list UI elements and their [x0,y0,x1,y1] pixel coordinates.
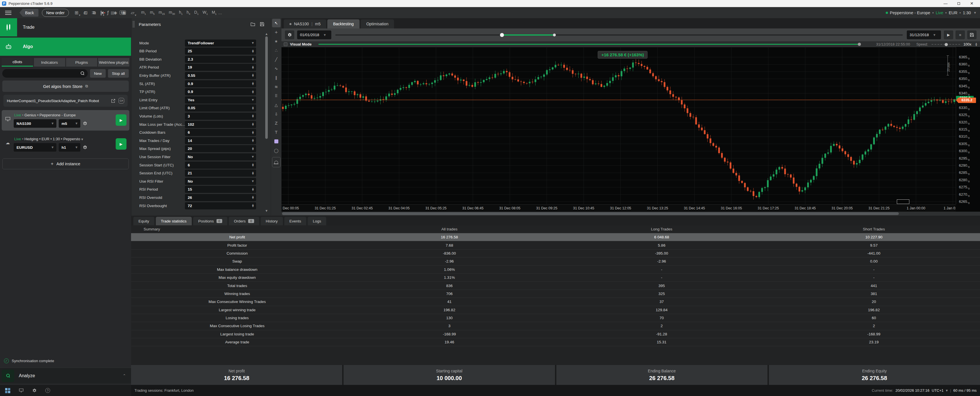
parameter-input[interactable]: 0.05▲▼ [185,105,256,111]
run-instance-button[interactable]: ▶ [116,114,126,126]
tab-trade-statistics[interactable]: Trade statistics [156,217,192,225]
table-row[interactable]: Losing trades1307060 [131,314,980,322]
parameter-input[interactable]: 6▲▼ [185,129,256,136]
timeframe-D1[interactable]: D1 [194,10,199,15]
value-spinner[interactable]: ▲▼ [252,82,254,86]
functions-icon[interactable]: ƒ [107,10,109,15]
help-icon[interactable]: ? [45,388,50,393]
tab-indicators[interactable]: Indicators [34,58,65,67]
maximize-button[interactable] [952,0,965,7]
add-instance-button[interactable]: + Add instance [2,158,129,169]
timezone-selector[interactable]: UTC+1 [932,388,944,393]
new-cbot-button[interactable]: New [90,69,106,78]
stop-all-button[interactable]: Stop all [108,69,129,78]
chart-edit-icon[interactable]: ▱▼ [131,10,134,15]
fibonacci-tool-icon[interactable]: ≋ [272,82,281,91]
parameter-input[interactable]: 19▲▼ [185,64,256,71]
value-spinner[interactable]: ▲▼ [252,114,254,118]
menu-icon[interactable] [5,10,11,16]
progress-handle[interactable] [858,43,861,46]
tab-logs[interactable]: Logs [308,217,326,225]
parameter-input[interactable]: 15▲▼ [185,186,256,193]
zigzag-tool-icon[interactable]: Z [272,119,281,127]
visual-mode-checkbox[interactable] [284,43,288,46]
parameter-input[interactable]: 0.55▲▼ [185,72,256,79]
save-backtest-button[interactable] [967,30,977,39]
parameter-input[interactable]: 20▲▼ [185,145,256,152]
load-parameters-icon[interactable] [250,22,255,27]
range-slider-thumb-2[interactable] [553,33,556,36]
value-spinner[interactable]: ▲▼ [252,131,254,134]
arrow-tool-icon[interactable]: ⇩ [272,110,281,118]
triangle-tool-icon[interactable]: △ [272,101,281,109]
back-button[interactable]: Back [19,9,38,17]
settings-gear-icon[interactable] [32,388,37,393]
symbol-select[interactable]: NAS100▼ [14,119,56,128]
table-row[interactable]: Max Consecutive Losing Trades322 [131,322,980,330]
sidebar-item-analyze[interactable]: Analyze ⌃ [0,367,131,383]
indicators-icon[interactable]: ‖▼ [100,10,102,15]
table-row[interactable]: Profit factor7.685.869.57 [131,241,980,249]
timeframe-h1[interactable]: h1 [179,10,183,15]
parameter-input[interactable]: 0.9▲▼ [185,80,256,87]
tab-optimisation[interactable]: Optimisation [361,19,394,29]
table-row[interactable]: Average trade19.4615.3123.19 [131,338,980,346]
value-spinner[interactable]: ▲▼ [252,188,254,191]
start-date-picker[interactable]: 01/01/2018 ▼ [297,30,331,39]
dots-tool-icon[interactable]: ⠿ [272,92,281,100]
table-row[interactable]: Max balance drawdown1.06%-- [131,266,980,274]
timeframe-h4[interactable]: h4 [186,10,190,15]
instance-card[interactable]: Live • Genius • Pepperstone - EuropeNAS1… [2,110,129,131]
value-spinner[interactable]: ▲▼ [252,147,254,150]
parameter-input[interactable]: 26▲▼ [185,194,256,201]
apps-icon[interactable] [5,388,10,393]
timeframe-m5[interactable]: m5 [150,10,155,15]
time-axis[interactable]: 31 Dec 00:0531 Dec 01:2531 Dec 02:4531 D… [282,204,956,212]
instance-settings-gear-icon[interactable] [83,121,88,126]
share-icon[interactable] [111,98,116,103]
parameter-input[interactable]: 14▲▼ [185,137,256,144]
account-selector[interactable]: Pepperstone - Europe • Live • EUR • 1:30… [886,11,976,15]
speed-slider[interactable] [932,44,960,45]
tab-webview-plugins[interactable]: WebView plugins [98,58,129,67]
timeframe-m15[interactable]: m15 [159,10,165,15]
channel-tool-icon[interactable]: ∥ [272,73,281,82]
table-row[interactable]: Largest winning trade196.82129.84196.82 [131,306,980,314]
backtest-range-slider[interactable] [335,35,903,36]
cursor-tool-icon[interactable]: ↖ [272,19,281,27]
tab-backtesting[interactable]: Backtesting [327,19,359,29]
value-spinner[interactable]: ▲▼ [252,196,254,199]
color-swatch-icon[interactable] [272,137,281,146]
save-parameters-icon[interactable] [260,22,264,27]
value-spinner[interactable]: ▲▼ [252,49,254,53]
sidebar-item-algo[interactable]: Algo [0,38,131,56]
tab-positions[interactable]: Positions0 [193,217,228,225]
crosshair-tool-icon[interactable]: + [272,28,281,36]
candlestick-plot[interactable]: +16 276.58 € (+163%) 20 pips [282,47,956,204]
backtest-settings-button[interactable] [285,30,294,39]
stop-backtest-button[interactable]: ■ [956,30,965,39]
close-button[interactable]: ✕ [965,0,978,7]
value-spinner[interactable]: ▲▼ [252,163,254,167]
value-spinner[interactable]: ▲▼ [252,171,254,175]
parameter-input[interactable]: 102▲▼ [185,121,256,128]
range-slider-thumb[interactable] [500,33,504,37]
timeframe-m30[interactable]: m30 [169,10,175,15]
table-row[interactable]: Max Consecutive Winning Trades413720 [131,298,980,306]
trendline-tool-icon[interactable]: ╱ [272,55,281,64]
table-row[interactable]: Max equity drawdown1.31%-- [131,274,980,282]
chevron-up-icon[interactable]: ⌃ [123,374,126,378]
more-timeframes-button[interactable]: ... [218,11,222,15]
table-row[interactable]: Commission-836.00-395.00-441.00 [131,249,980,257]
value-spinner[interactable]: ▲▼ [252,139,254,142]
parameter-input[interactable]: 0.9▲▼ [185,88,256,95]
magnet-icon[interactable]: ∩ [83,10,87,15]
parameters-scrollbar[interactable]: ▲ ▼ [265,32,268,212]
wave-tool-icon[interactable]: ∿ [272,64,281,73]
sidebar-item-trade[interactable]: Trade [0,18,131,36]
table-row[interactable]: Net profit16 276.586 048.6810 227.90 [131,233,980,241]
parameter-input[interactable]: 21▲▼ [185,169,256,177]
table-row[interactable]: Winning trades706325381 [131,290,980,298]
parameter-input[interactable]: 72▲▼ [185,202,256,209]
symbol-tab[interactable]: NAS100 | m5 [284,19,326,29]
